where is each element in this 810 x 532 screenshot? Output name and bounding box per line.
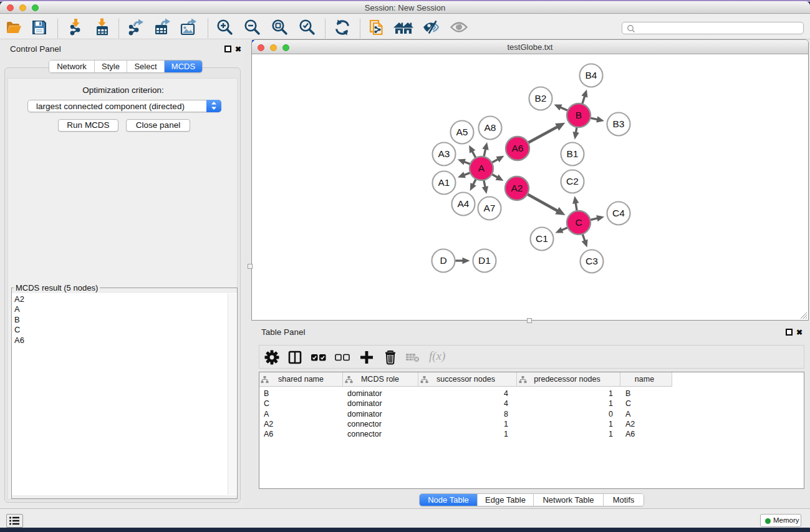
- svg-text:A8: A8: [485, 122, 496, 133]
- svg-text:C4: C4: [612, 208, 625, 218]
- svg-text:A7: A7: [484, 203, 496, 213]
- svg-text:A6: A6: [512, 143, 524, 153]
- svg-text:A4: A4: [458, 198, 470, 209]
- svg-text:A1: A1: [438, 177, 450, 188]
- svg-text:B: B: [576, 110, 582, 120]
- svg-text:A3: A3: [438, 148, 450, 159]
- svg-text:B1: B1: [567, 148, 579, 159]
- svg-text:C3: C3: [586, 256, 598, 266]
- svg-text:C2: C2: [566, 176, 579, 186]
- svg-text:C: C: [575, 217, 582, 228]
- svg-text:B4: B4: [586, 70, 597, 80]
- svg-text:A2: A2: [511, 183, 523, 193]
- svg-text:A5: A5: [456, 127, 468, 137]
- svg-text:D1: D1: [478, 255, 491, 266]
- svg-text:B3: B3: [613, 118, 625, 129]
- svg-text:B2: B2: [535, 93, 547, 104]
- svg-text:C1: C1: [536, 233, 548, 244]
- svg-text:D: D: [440, 255, 446, 266]
- svg-text:A: A: [478, 163, 485, 173]
